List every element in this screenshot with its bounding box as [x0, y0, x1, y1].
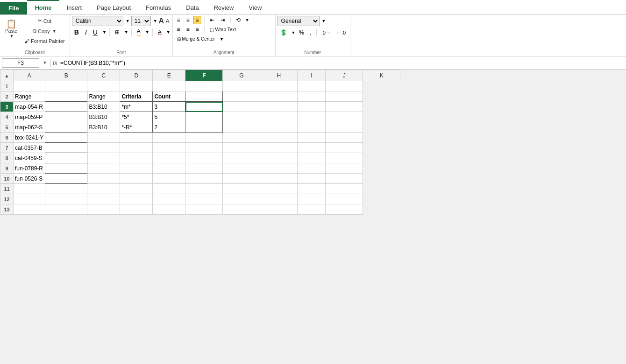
percent-button[interactable]: % — [297, 28, 307, 37]
cell-H13[interactable] — [260, 204, 298, 215]
cell-E13[interactable] — [153, 204, 185, 215]
cell-C9[interactable] — [87, 163, 120, 174]
cell-C1[interactable] — [87, 81, 120, 91]
row-header-5[interactable]: 5 — [0, 122, 14, 133]
row-header-3[interactable]: 3 — [0, 102, 14, 112]
cell-C13[interactable] — [87, 204, 120, 215]
cell-A4[interactable]: map-059-P — [14, 112, 45, 122]
cell-D4[interactable]: *5* — [120, 112, 153, 122]
tab-review[interactable]: Review — [206, 0, 242, 14]
cell-G9[interactable] — [223, 163, 260, 174]
cell-C12[interactable] — [87, 194, 120, 204]
fill-color-button[interactable]: A — [135, 27, 143, 37]
italic-button[interactable]: I — [83, 28, 89, 37]
col-header-C[interactable]: C — [87, 70, 120, 81]
cell-B1[interactable] — [45, 81, 87, 91]
col-header-K[interactable]: K — [363, 70, 400, 81]
cell-J7[interactable] — [326, 143, 363, 153]
increase-decimal-button[interactable]: .0→ — [319, 29, 333, 36]
cell-C7[interactable] — [87, 143, 120, 153]
cell-I11[interactable] — [298, 184, 326, 194]
cell-F3[interactable] — [185, 102, 223, 112]
tab-page-layout[interactable]: Page Layout — [89, 0, 138, 14]
align-top-center-button[interactable]: ≡ — [184, 16, 192, 24]
cell-E11[interactable] — [153, 184, 185, 194]
cell-J8[interactable] — [326, 153, 363, 163]
cell-D13[interactable] — [120, 204, 153, 215]
row-header-1[interactable]: 1 — [0, 81, 14, 91]
cell-F9[interactable] — [185, 163, 223, 174]
cell-H4[interactable] — [260, 112, 298, 122]
cell-J4[interactable] — [326, 112, 363, 122]
cell-A6[interactable]: bxx-0241-Y — [14, 133, 45, 143]
cell-E6[interactable] — [153, 133, 185, 143]
align-center-button[interactable]: ≡ — [184, 25, 192, 34]
cell-I6[interactable] — [298, 133, 326, 143]
cell-H7[interactable] — [260, 143, 298, 153]
cell-B8[interactable] — [45, 153, 87, 163]
cell-B11[interactable] — [45, 184, 87, 194]
cell-B7[interactable] — [45, 143, 87, 153]
cell-J10[interactable] — [326, 174, 363, 184]
bold-button[interactable]: B — [72, 28, 81, 37]
cell-H2[interactable] — [260, 91, 298, 102]
cell-F8[interactable] — [185, 153, 223, 163]
cell-E10[interactable] — [153, 174, 185, 184]
cell-F10[interactable] — [185, 174, 223, 184]
align-right-button[interactable]: ≡ — [193, 25, 201, 34]
cell-F4[interactable] — [185, 112, 223, 122]
cell-E9[interactable] — [153, 163, 185, 174]
cell-C11[interactable] — [87, 184, 120, 194]
cell-A7[interactable]: cat-0357-B — [14, 143, 45, 153]
cell-G11[interactable] — [223, 184, 260, 194]
cell-I1[interactable] — [298, 81, 326, 91]
formula-input[interactable] — [60, 60, 624, 66]
cell-H5[interactable] — [260, 122, 298, 133]
cut-button[interactable]: ✂ Cut — [21, 16, 68, 26]
cell-I2[interactable] — [298, 91, 326, 102]
cell-D12[interactable] — [120, 194, 153, 204]
cell-A3[interactable]: map-054-R — [14, 102, 45, 112]
align-top-left-button[interactable]: ≡ — [175, 16, 183, 24]
cell-B13[interactable] — [45, 204, 87, 215]
cell-I10[interactable] — [298, 174, 326, 184]
cell-B3[interactable] — [45, 102, 87, 112]
cell-G13[interactable] — [223, 204, 260, 215]
comma-button[interactable]: , — [307, 28, 314, 37]
border-button[interactable]: ⊞ — [113, 28, 122, 36]
cell-F11[interactable] — [185, 184, 223, 194]
underline-button[interactable]: U — [91, 28, 100, 37]
cell-G5[interactable] — [223, 122, 260, 133]
col-header-E[interactable]: E — [153, 70, 185, 81]
cell-F1[interactable] — [185, 81, 223, 91]
cell-E7[interactable] — [153, 143, 185, 153]
cell-B10[interactable] — [45, 174, 87, 184]
cell-J2[interactable] — [326, 91, 363, 102]
row-header-10[interactable]: 10 — [0, 174, 14, 184]
cell-A8[interactable]: cat-0459-S — [14, 153, 45, 163]
cell-E2[interactable]: Count — [153, 91, 185, 102]
row-header-4[interactable]: 4 — [0, 112, 14, 122]
cell-I3[interactable] — [298, 102, 326, 112]
cell-J6[interactable] — [326, 133, 363, 143]
cell-J9[interactable] — [326, 163, 363, 174]
cell-E5[interactable]: 2 — [153, 122, 185, 133]
col-header-H[interactable]: H — [260, 70, 298, 81]
cell-D9[interactable] — [120, 163, 153, 174]
cell-G3[interactable] — [223, 102, 260, 112]
col-header-G[interactable]: G — [223, 70, 260, 81]
cell-J1[interactable] — [326, 81, 363, 91]
cell-H6[interactable] — [260, 133, 298, 143]
cell-C10[interactable] — [87, 174, 120, 184]
cell-J5[interactable] — [326, 122, 363, 133]
cell-G4[interactable] — [223, 112, 260, 122]
cell-A1[interactable] — [14, 81, 45, 91]
cell-C8[interactable] — [87, 153, 120, 163]
cell-H3[interactable] — [260, 102, 298, 112]
cell-J13[interactable] — [326, 204, 363, 215]
tab-home[interactable]: Home — [27, 0, 59, 14]
cell-I5[interactable] — [298, 122, 326, 133]
cell-H12[interactable] — [260, 194, 298, 204]
col-header-A[interactable]: A — [14, 70, 45, 81]
indent-increase-button[interactable]: ⇥ — [218, 16, 228, 24]
